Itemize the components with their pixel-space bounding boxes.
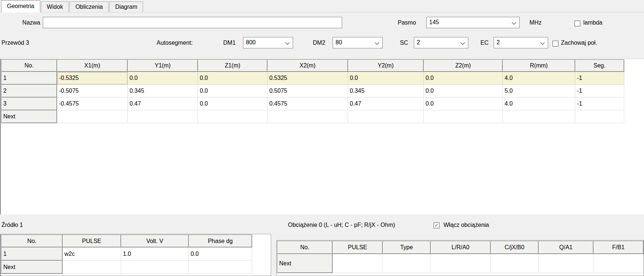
tab-diagram[interactable]: Diagram	[109, 1, 143, 12]
wires-cell-r3-c1[interactable]: -0.4575	[57, 97, 128, 110]
wires-empty-cell[interactable]	[348, 110, 424, 123]
tab-widok[interactable]: Widok	[41, 1, 69, 12]
band-label: Pasmo	[398, 19, 416, 26]
wires-cell-r2-c7[interactable]: 5.0	[503, 85, 575, 97]
source-col-no: No.	[1, 235, 63, 247]
wires-empty-cell[interactable]	[198, 110, 267, 123]
enable-loads-checkbox[interactable]: ✓	[434, 222, 439, 228]
source-rowheader-1[interactable]: 1	[1, 247, 63, 261]
wires-cell-r2-c5[interactable]: 0.345	[348, 85, 424, 97]
wires-rowheader-2[interactable]: 2	[1, 85, 57, 97]
source-cell-r1-c1[interactable]: w2c	[63, 247, 121, 261]
wires-empty-cell[interactable]	[128, 110, 198, 123]
wires-empty-cell[interactable]	[575, 110, 624, 123]
loads-col-qa1: Q/A1	[539, 241, 594, 254]
wires-cell-r2-c2[interactable]: 0.345	[128, 85, 198, 97]
wires-empty-cell[interactable]	[267, 110, 348, 123]
source-cell-r1-c3[interactable]: 0.0	[189, 247, 252, 261]
source-col-pulse: PULSE	[63, 235, 121, 247]
loads-table: No.PULSETypeL/R/A0C/jX/B0Q/A1F/B1Next	[277, 241, 644, 273]
ec-value: 2	[497, 39, 500, 46]
loads-grid-area: No.PULSETypeL/R/A0C/jX/B0Q/A1F/B1Next	[276, 240, 644, 276]
wires-cell-r1-c7[interactable]: 4.0	[503, 72, 575, 85]
loads-col-fb1: F/B1	[594, 241, 644, 254]
sc-select[interactable]: 2	[414, 37, 468, 48]
wire-count-label: Przewód 3	[1, 40, 29, 46]
band-select[interactable]: 145	[426, 17, 520, 28]
wires-rowheader-3[interactable]: 3	[1, 97, 57, 110]
wires-cell-r1-c8[interactable]: -1	[575, 72, 624, 85]
wires-cell-r1-c4[interactable]: 0.5325	[267, 72, 348, 85]
wires-cell-r3-c6[interactable]: 0.0	[424, 97, 503, 110]
source-empty-cell[interactable]	[63, 261, 121, 274]
wires-table: No.X1(m)Y1(m)Z1(m)X2(m)Y2(m)Z2(m)R(mm)Se…	[1, 59, 624, 123]
wires-cell-r3-c4[interactable]: 0.4575	[267, 97, 348, 110]
band-value: 145	[429, 19, 439, 26]
loads-col-lra0: L/R/A0	[431, 241, 491, 254]
loads-col-cjxb0: C/jX/B0	[491, 241, 539, 254]
wires-col-z1m: Z1(m)	[198, 60, 267, 72]
dm1-label: DM1	[223, 40, 236, 46]
source-col-phasedg: Phase dg	[189, 235, 252, 247]
sc-value: 2	[417, 39, 420, 46]
wires-cell-r1-c5[interactable]: 0.0	[348, 72, 424, 85]
wires-cell-r3-c5[interactable]: 0.47	[348, 97, 424, 110]
wires-cell-r1-c2[interactable]: 0.0	[128, 72, 198, 85]
wires-next-row-button[interactable]: Next	[1, 110, 57, 123]
source-table: No.PULSEVolt. VPhase dg1w2c1.00.0Next	[1, 235, 252, 274]
wires-cell-r2-c8[interactable]: -1	[575, 85, 624, 97]
wires-cell-r2-c1[interactable]: -0.5075	[57, 85, 128, 97]
lambda-checkbox[interactable]	[574, 21, 580, 26]
dm1-select[interactable]: 800	[243, 37, 293, 48]
source-next-row-button[interactable]: Next	[1, 261, 63, 274]
wires-cell-r3-c3[interactable]: 0.0	[198, 97, 267, 110]
loads-empty-cell[interactable]	[491, 254, 539, 273]
loads-empty-cell[interactable]	[333, 254, 383, 273]
name-label: Nazwa	[15, 19, 40, 26]
source-title: Źródło 1	[1, 222, 23, 228]
tab-geometria[interactable]: Geometria	[1, 0, 40, 12]
wires-cell-r2-c3[interactable]: 0.0	[198, 85, 267, 97]
wires-col-y2m: Y2(m)	[348, 60, 424, 72]
chevron-down-icon	[375, 40, 379, 45]
chevron-down-icon	[512, 20, 516, 25]
tab-bar: GeometriaWidokObliczeniaDiagram	[0, 0, 644, 12]
loads-empty-cell[interactable]	[431, 254, 491, 273]
enable-loads-label: Włącz obciążenia	[443, 222, 489, 228]
source-empty-cell[interactable]	[121, 261, 189, 274]
mhz-label: MHz	[529, 19, 542, 26]
tab-obliczenia[interactable]: Obliczenia	[70, 1, 109, 12]
loads-empty-cell[interactable]	[539, 254, 594, 273]
loads-empty-cell[interactable]	[594, 254, 644, 273]
loads-empty-cell[interactable]	[383, 254, 431, 273]
dm2-select[interactable]: 80	[333, 37, 383, 48]
wires-col-z2m: Z2(m)	[424, 60, 503, 72]
name-input[interactable]	[43, 17, 342, 28]
wires-cell-r3-c7[interactable]: 4.0	[503, 97, 575, 110]
chevron-down-icon	[540, 40, 545, 45]
wires-cell-r1-c3[interactable]: 0.0	[198, 72, 267, 85]
wires-cell-r1-c6[interactable]: 0.0	[424, 72, 503, 85]
keep-connections-checkbox[interactable]	[553, 41, 558, 47]
wires-col-seg: Seg.	[575, 60, 624, 72]
autosegment-label: Autosegment:	[157, 40, 193, 46]
sources-grid-area: No.PULSEVolt. VPhase dg1w2c1.00.0Next	[0, 234, 271, 276]
wires-cell-r2-c6[interactable]: 0.0	[424, 85, 503, 97]
wires-rowheader-1[interactable]: 1	[1, 72, 57, 85]
wires-cell-r3-c8[interactable]: -1	[575, 97, 624, 110]
source-empty-cell[interactable]	[189, 261, 252, 274]
loads-col-pulse: PULSE	[333, 241, 383, 254]
wires-empty-cell[interactable]	[424, 110, 503, 123]
keep-connections-label: Zachowaj poł.	[561, 40, 597, 46]
wires-empty-cell[interactable]	[503, 110, 575, 123]
wires-cell-r1-c1[interactable]: -0.5325	[57, 72, 128, 85]
wires-col-rmm: R(mm)	[503, 60, 575, 72]
chevron-down-icon	[285, 40, 290, 45]
wires-cell-r2-c4[interactable]: 0.5075	[267, 85, 348, 97]
wires-col-x1m: X1(m)	[57, 60, 128, 72]
ec-select[interactable]: 2	[494, 37, 548, 48]
wires-empty-cell[interactable]	[57, 110, 128, 123]
source-cell-r1-c2[interactable]: 1.0	[121, 247, 189, 261]
loads-next-row-button[interactable]: Next	[277, 254, 333, 273]
wires-cell-r3-c2[interactable]: 0.47	[128, 97, 198, 110]
